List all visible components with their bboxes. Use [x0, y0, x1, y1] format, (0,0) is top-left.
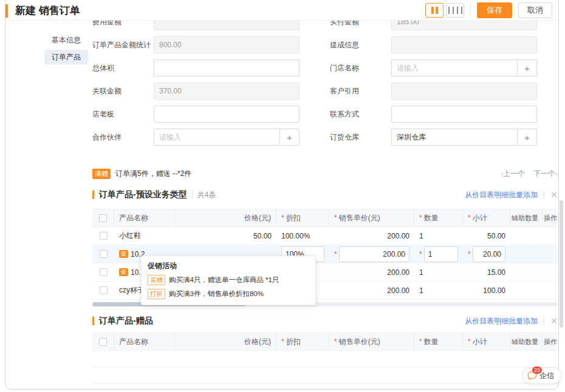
- store-name-lookup: +: [391, 59, 537, 76]
- col-aux-qty: 辅助数量: [510, 333, 543, 350]
- product-amount-total-label: 订单产品金额统计: [92, 40, 154, 50]
- section-title: 订单产品-赠品: [99, 316, 153, 326]
- promo-type-badge: 满赠: [92, 169, 111, 179]
- gift-products-table: 产品名称 价格(元) *折扣 *销售单价(元) *数量 *小计 辅助数量 操作: [92, 333, 558, 384]
- col-qty: *数量: [414, 209, 463, 226]
- view-toggle-columns-button[interactable]: [425, 3, 443, 18]
- chat-bubble-icon: 23: [527, 370, 538, 381]
- subtotal-value: 15.00: [463, 263, 510, 281]
- qty-input[interactable]: [424, 246, 458, 262]
- customer-ref-input: [391, 83, 537, 100]
- title-accent-bar: [5, 4, 8, 18]
- customer-ref-label: 客户引用: [330, 86, 391, 96]
- section-order-products: 订单产品-预设业务类型 共4条 从价目表明细批量添加 ✕: [92, 189, 558, 200]
- list-bars-icon: [448, 7, 450, 14]
- subtotal-input[interactable]: [473, 246, 505, 262]
- divider: [544, 317, 544, 325]
- row-checkbox[interactable]: [100, 232, 108, 240]
- save-button[interactable]: 保存: [477, 2, 512, 18]
- shop-owner-input[interactable]: [154, 106, 300, 123]
- product-name: 小红鞋: [114, 227, 175, 245]
- divider: [470, 5, 471, 16]
- total-volume-input[interactable]: [154, 59, 300, 76]
- view-toggle-list-button[interactable]: [446, 3, 464, 18]
- section-accent-bar: [92, 317, 94, 325]
- promo-prev-button[interactable]: ‹上一个: [501, 169, 526, 179]
- select-all-checkbox[interactable]: [99, 338, 107, 346]
- view-toggle-group: [425, 3, 464, 18]
- section-accent-bar: [92, 191, 94, 199]
- batch-add-from-pricelist-link[interactable]: 从价目表明细批量添加: [465, 316, 538, 326]
- related-amount-label: 关联金额: [92, 86, 154, 96]
- select-all-checkbox[interactable]: [99, 214, 107, 222]
- cancel-button[interactable]: 取消: [518, 2, 552, 18]
- promo-pager: ‹上一个 下一个›: [501, 169, 558, 179]
- unit-price-input[interactable]: [339, 246, 409, 262]
- form-left-column: 费用金额 订单产品金额统计 总体积 关联金额 店老板 合作伙伴 +: [92, 13, 300, 152]
- price-value: 50.00: [175, 227, 276, 245]
- product-row-1: 小红鞋 50.00 100.00% 200.00 1 50.00: [92, 227, 558, 245]
- discount-value: 100.00%: [276, 227, 329, 245]
- qixin-chat-button[interactable]: 23 企信: [522, 368, 561, 384]
- row-checkbox[interactable]: [100, 286, 108, 294]
- col-aux-qty: 辅助数量: [510, 209, 543, 226]
- sidebar: 基本信息 订单产品: [5, 21, 91, 391]
- tooltip-item: 买赠 购买满4只，赠送单一仓库商品 *1只: [148, 275, 309, 285]
- commission-info-label: 提成信息: [330, 40, 391, 50]
- promo-next-button[interactable]: 下一个›: [533, 169, 558, 179]
- qty-value: 1: [414, 227, 463, 245]
- divider: [544, 191, 544, 198]
- row-checkbox[interactable]: [100, 250, 108, 258]
- total-volume-label: 总体积: [92, 63, 154, 73]
- promo-text: 订单满5件，赠送 --*2件: [115, 169, 191, 179]
- contact-input[interactable]: [391, 106, 537, 123]
- divider: [192, 191, 193, 198]
- qty-value: 1: [414, 263, 463, 281]
- partner-input[interactable]: [154, 129, 279, 145]
- title-bar: 新建 销售订单 保存 取消: [5, 0, 558, 21]
- subtotal-value: 100.00: [463, 282, 510, 299]
- col-action: 操作: [543, 209, 558, 226]
- unit-price-value: 200.00: [329, 282, 414, 299]
- pause-bars-icon: [431, 7, 434, 14]
- product-amount-total-input: [154, 36, 300, 53]
- warehouse-input[interactable]: [392, 129, 517, 145]
- contact-label: 联系方式: [330, 109, 391, 120]
- col-qty: *数量: [414, 333, 463, 350]
- col-action: 操作: [543, 333, 558, 350]
- tooltip-title: 促销活动: [148, 261, 309, 271]
- col-subtotal: *小计: [463, 209, 510, 226]
- store-name-add-button[interactable]: +: [517, 60, 536, 76]
- promotion-tooltip: 促销活动 买赠 购买满4只，赠送单一仓库商品 *1只 打折 购买满3件，销售单价…: [141, 255, 316, 305]
- row-checkbox[interactable]: [100, 268, 108, 276]
- empty-row: [92, 351, 558, 368]
- partner-lookup: +: [154, 129, 300, 146]
- warehouse-lookup: +: [391, 129, 537, 146]
- warehouse-add-button[interactable]: +: [517, 129, 536, 145]
- store-name-input[interactable]: [392, 60, 517, 76]
- close-icon[interactable]: ✕: [550, 316, 558, 326]
- unit-price-value: 200.00: [329, 227, 414, 245]
- unread-count-badge: 23: [532, 367, 542, 374]
- promo-banner: 满赠 订单满5件，赠送 --*2件 ‹上一个 下一个›: [92, 169, 558, 179]
- col-discount: *折扣: [276, 209, 329, 226]
- subtotal-value: 50.00: [463, 227, 510, 245]
- gift-promo-badge: 买赠: [148, 275, 165, 285]
- title-actions: 保存 取消: [425, 2, 552, 18]
- close-icon[interactable]: ✕: [550, 190, 558, 200]
- related-amount-input: [154, 83, 300, 100]
- row-count-badge: 共4条: [197, 190, 216, 200]
- form-right-column: 实付金额 提成信息 门店名称 + 客户引用 联系方式 订货仓库 +: [330, 13, 537, 152]
- commission-info-input: [391, 36, 537, 53]
- sidebar-item-order-products[interactable]: 订单产品: [44, 50, 88, 64]
- batch-add-from-pricelist-link[interactable]: 从价目表明细批量添加: [465, 190, 538, 200]
- shop-owner-label: 店老板: [92, 109, 154, 120]
- vertical-scrollbar-thumb[interactable]: [560, 200, 563, 328]
- col-product-name: 产品名称: [114, 209, 175, 226]
- partner-add-button[interactable]: +: [279, 129, 299, 145]
- col-unit-price: *销售单价(元): [329, 333, 414, 350]
- col-product-name: 产品名称: [114, 333, 175, 350]
- sidebar-item-basic-info[interactable]: 基本信息: [44, 33, 88, 47]
- qty-value: 1: [414, 282, 463, 299]
- tooltip-item: 打折 购买满3件，销售单价折扣80%: [148, 289, 309, 299]
